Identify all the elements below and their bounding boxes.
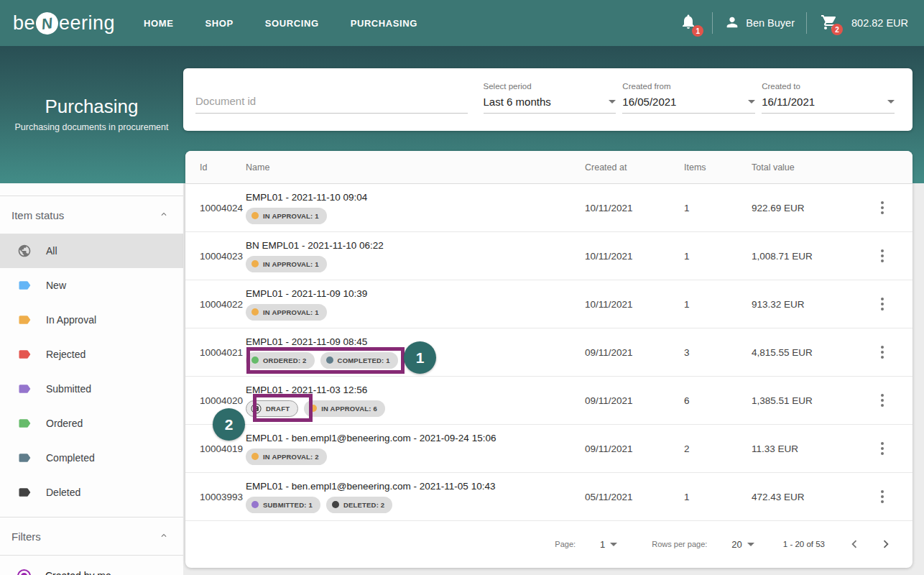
filters-section-header[interactable]: Filters <box>0 518 183 555</box>
annotation-box-1 <box>246 347 405 374</box>
row-menu-button[interactable] <box>877 341 888 363</box>
row-name-cell: EMPL01 - 2021-11-09 10:39 IN APPROVAL: 1 <box>246 288 585 321</box>
previous-page-button[interactable] <box>846 536 862 552</box>
cart-icon-wrap: 2 <box>818 12 840 34</box>
radio-selected-icon <box>17 569 31 575</box>
row-items: 2 <box>684 443 752 454</box>
label-icon <box>17 451 32 465</box>
label-icon <box>17 278 32 293</box>
created-from-select[interactable]: Created from 16/05/2021 <box>622 68 755 114</box>
cart-button[interactable]: 2 802.82 EUR <box>818 12 908 34</box>
row-total: 913.32 EUR <box>752 299 852 310</box>
user-menu[interactable]: Ben Buyer <box>724 14 795 32</box>
user-icon <box>724 14 740 32</box>
row-name: EMPL01 - ben.empl1@beneering.com - 2021-… <box>246 433 585 443</box>
page-subtitle: Purchasing documents in procurement <box>0 122 183 132</box>
row-total: 1,385.51 EUR <box>752 395 852 406</box>
document-id-input[interactable] <box>195 95 468 114</box>
row-menu-button[interactable] <box>877 245 888 267</box>
sidebar-item-submitted[interactable]: Submitted <box>0 372 183 406</box>
chevron-down-icon <box>747 543 754 546</box>
sidebar-item-ordered[interactable]: Ordered <box>0 406 183 441</box>
row-total: 4,815.55 EUR <box>752 347 852 358</box>
label-icon <box>17 485 32 500</box>
table-row[interactable]: 10003993 EMPL01 - ben.empl1@beneering.co… <box>185 473 913 521</box>
chevron-up-icon <box>159 530 169 543</box>
page-select[interactable]: 1 <box>600 539 617 550</box>
row-name: EMPL01 - ben.empl1@beneering.com - 2021-… <box>246 481 585 492</box>
table-row[interactable]: 10004022 EMPL01 - 2021-11-09 10:39 IN AP… <box>185 280 913 328</box>
row-created-at: 09/11/2021 <box>585 347 684 358</box>
nav-item-home[interactable]: HOME <box>144 18 173 29</box>
period-value: Last 6 months <box>484 96 551 108</box>
row-total: 11.33 EUR <box>752 443 852 454</box>
radio-dot <box>21 573 27 575</box>
logo-n-icon: N <box>34 10 60 35</box>
chip-label: DELETED: 2 <box>343 501 384 509</box>
created-to-select[interactable]: Created to 16/11/2021 <box>762 68 895 114</box>
top-navbar: beNeering HOME SHOP SOURCING PURCHASING … <box>0 0 924 46</box>
table-row[interactable]: 10004023 BN EMPL01 - 2021-11-10 06:22 IN… <box>185 232 913 280</box>
chevron-down-icon <box>887 100 895 104</box>
row-created-at: 10/11/2021 <box>585 299 684 310</box>
sidebar-item-rejected[interactable]: Rejected <box>0 337 183 372</box>
cart-total: 802.82 EUR <box>851 17 908 29</box>
sidebar-item-label: Completed <box>46 452 95 464</box>
brand-logo[interactable]: beNeering <box>13 12 115 34</box>
row-menu-button[interactable] <box>877 486 888 507</box>
sidebar-item-deleted[interactable]: Deleted <box>0 475 183 510</box>
row-created-at: 05/11/2021 <box>585 492 684 502</box>
filter-created-by-me[interactable]: Created by me <box>0 556 183 575</box>
row-name-cell: EMPL01 - ben.empl1@beneering.com - 2021-… <box>246 433 585 465</box>
notifications-button[interactable]: 1 <box>676 11 701 35</box>
sidebar: Item status All New In Approval <box>0 183 183 575</box>
chip-label: IN APPROVAL: 1 <box>263 308 319 316</box>
chip-label: SUBMITTED: 1 <box>263 501 313 509</box>
created-from-label: Created from <box>622 82 755 91</box>
sidebar-item-label: Ordered <box>46 418 83 429</box>
period-select[interactable]: Select period Last 6 months <box>484 68 616 114</box>
column-total-value: Total value <box>752 162 852 172</box>
chip-label: IN APPROVAL: 2 <box>263 453 319 461</box>
nav-item-purchasing[interactable]: PURCHASING <box>351 18 417 29</box>
table-row[interactable]: 10004019 EMPL01 - ben.empl1@beneering.co… <box>185 425 913 473</box>
next-page-button[interactable] <box>878 536 894 552</box>
row-id: 10004022 <box>185 299 246 310</box>
item-status-section-header[interactable]: Item status <box>0 196 183 234</box>
globe-icon <box>17 244 32 258</box>
row-name: EMPL01 - 2021-11-10 09:04 <box>246 192 585 203</box>
nav-divider <box>712 12 713 34</box>
sidebar-item-label: Rejected <box>46 349 86 360</box>
nav-item-sourcing[interactable]: SOURCING <box>265 18 319 29</box>
column-id: Id <box>185 162 246 172</box>
row-menu-button[interactable] <box>877 293 888 315</box>
row-menu-button[interactable] <box>877 197 888 218</box>
row-id: 10004020 <box>185 395 246 406</box>
rows-per-page-select[interactable]: 20 <box>731 539 754 550</box>
row-items: 1 <box>684 251 752 262</box>
sidebar-item-label: All <box>46 245 57 257</box>
table-row[interactable]: 10004024 EMPL01 - 2021-11-10 09:04 IN AP… <box>185 184 913 232</box>
row-created-at: 09/11/2021 <box>585 395 684 406</box>
label-icon <box>17 416 32 431</box>
row-menu-button[interactable] <box>877 438 888 459</box>
row-name: BN EMPL01 - 2021-11-10 06:22 <box>246 240 585 251</box>
annotation-box-2 <box>253 394 313 422</box>
row-created-at: 10/11/2021 <box>585 251 684 262</box>
sidebar-item-all[interactable]: All <box>0 234 183 268</box>
nav-item-shop[interactable]: SHOP <box>205 18 234 29</box>
status-dot <box>251 212 259 219</box>
status-chip: IN APPROVAL: 2 <box>246 448 327 465</box>
row-menu-button[interactable] <box>877 390 888 411</box>
filter-label: Created by me <box>45 570 111 575</box>
notifications-badge: 1 <box>692 25 703 37</box>
filter-bar: Select period Last 6 months Created from… <box>183 68 913 131</box>
sidebar-item-completed[interactable]: Completed <box>0 441 183 475</box>
row-items: 6 <box>684 395 752 406</box>
nav-divider <box>806 12 807 34</box>
sidebar-item-new[interactable]: New <box>0 268 183 303</box>
status-dot <box>251 453 259 460</box>
sidebar-item-label: Deleted <box>46 487 80 498</box>
row-name-cell: BN EMPL01 - 2021-11-10 06:22 IN APPROVAL… <box>246 240 585 272</box>
sidebar-item-in-approval[interactable]: In Approval <box>0 303 183 337</box>
